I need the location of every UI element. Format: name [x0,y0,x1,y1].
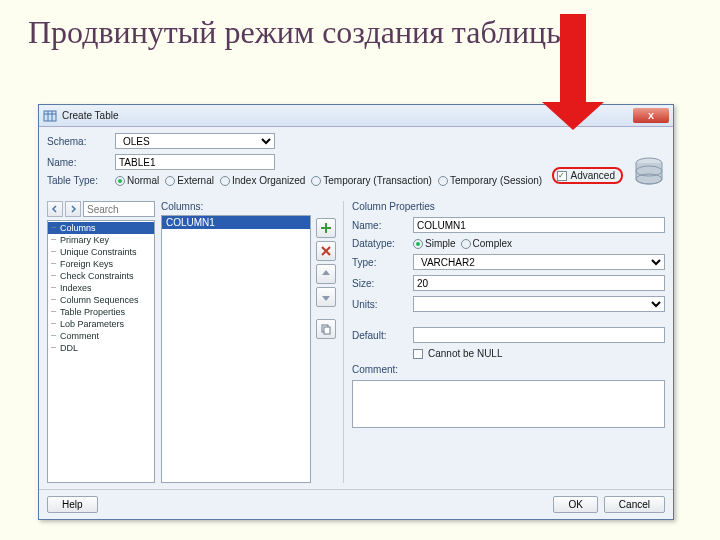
move-down-button[interactable] [316,287,336,307]
schema-select[interactable]: OLES [115,133,275,149]
prop-units-select[interactable] [413,296,665,312]
radio-index-label: Index Organized [232,175,305,186]
ok-button[interactable]: OK [553,496,597,513]
dialog-title: Create Table [62,110,119,121]
prop-comment-textarea[interactable] [352,380,665,428]
cancel-button[interactable]: Cancel [604,496,665,513]
schema-label: Schema: [47,136,109,147]
add-column-button[interactable] [316,218,336,238]
tree-item-table-properties[interactable]: Table Properties [48,306,154,318]
radio-complex[interactable]: Complex [461,238,512,249]
prop-default-label: Default: [352,330,408,341]
columns-header: Columns: [161,201,311,212]
advanced-check-icon [557,171,567,181]
category-tree[interactable]: Columns Primary Key Unique Constraints F… [47,220,155,483]
radio-tempsess-label: Temporary (Session) [450,175,542,186]
tree-item-unique-constraints[interactable]: Unique Constraints [48,246,154,258]
prop-datatype-label: Datatype: [352,238,408,249]
radio-simple-label: Simple [425,238,456,249]
prop-name-input[interactable] [413,217,665,233]
prop-size-label: Size: [352,278,408,289]
nav-prev-button[interactable] [47,201,63,217]
tree-item-comment[interactable]: Comment [48,330,154,342]
remove-column-button[interactable] [316,241,336,261]
radio-normal-label: Normal [127,175,159,186]
table-name-input[interactable] [115,154,275,170]
red-arrow-callout [530,14,620,134]
notnull-label: Cannot be NULL [428,348,503,359]
move-up-button[interactable] [316,264,336,284]
radio-index-organized[interactable]: Index Organized [220,175,305,186]
advanced-label: Advanced [571,170,615,181]
radio-external[interactable]: External [165,175,214,186]
prop-units-label: Units: [352,299,408,310]
tree-item-check-constraints[interactable]: Check Constraints [48,270,154,282]
tree-item-columns[interactable]: Columns [48,222,154,234]
radio-temptx-label: Temporary (Transaction) [323,175,432,186]
tree-item-indexes[interactable]: Indexes [48,282,154,294]
help-button[interactable]: Help [47,496,98,513]
column-item[interactable]: COLUMN1 [162,216,310,229]
radio-temp-transaction[interactable]: Temporary (Transaction) [311,175,432,186]
prop-size-input[interactable] [413,275,665,291]
create-table-dialog: Create Table X Schema: OLES Advanced Nam… [38,104,674,520]
tree-item-primary-key[interactable]: Primary Key [48,234,154,246]
advanced-checkbox-highlighted[interactable]: Advanced [552,167,623,184]
table-icon [43,109,57,123]
radio-simple[interactable]: Simple [413,238,456,249]
name-label: Name: [47,157,109,168]
tabletype-label: Table Type: [47,175,109,186]
tree-item-column-sequences[interactable]: Column Sequences [48,294,154,306]
column-properties-header: Column Properties [352,201,665,212]
prop-comment-label: Comment: [352,364,408,375]
radio-external-label: External [177,175,214,186]
notnull-checkbox[interactable] [413,349,423,359]
radio-normal[interactable]: Normal [115,175,159,186]
prop-default-input[interactable] [413,327,665,343]
tabletype-radio-group: Normal External Index Organized Temporar… [115,175,542,186]
nav-next-button[interactable] [65,201,81,217]
tree-item-lob-parameters[interactable]: Lob Parameters [48,318,154,330]
database-icon [631,155,667,191]
tree-item-foreign-keys[interactable]: Foreign Keys [48,258,154,270]
prop-name-label: Name: [352,220,408,231]
columns-list[interactable]: COLUMN1 [161,215,311,483]
prop-type-label: Type: [352,257,408,268]
close-button[interactable]: X [633,108,669,123]
svg-rect-8 [324,327,330,334]
svg-rect-0 [44,111,56,121]
prop-type-select[interactable]: VARCHAR2 [413,254,665,270]
radio-complex-label: Complex [473,238,512,249]
tree-item-ddl[interactable]: DDL [48,342,154,354]
copy-column-button[interactable] [316,319,336,339]
radio-temp-session[interactable]: Temporary (Session) [438,175,542,186]
tree-search-input[interactable] [83,201,155,217]
